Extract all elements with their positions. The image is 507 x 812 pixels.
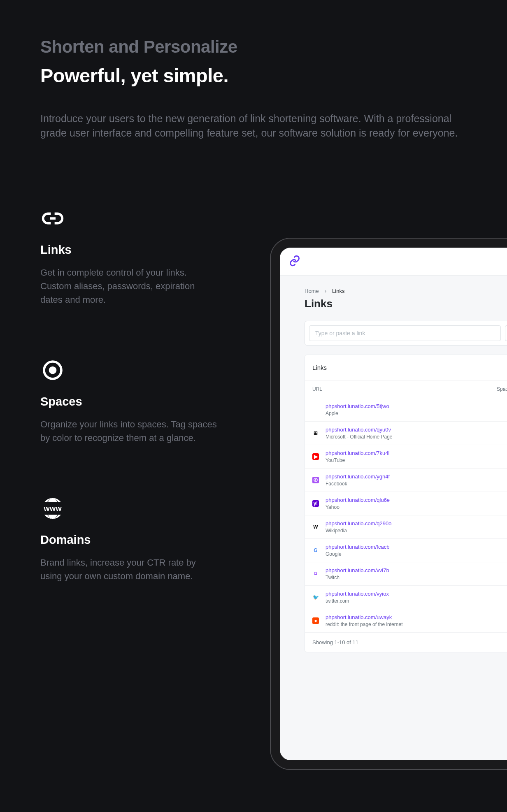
site-favicon: ✆ xyxy=(312,477,319,483)
table-row[interactable]: Gphpshort.lunatio.com/fcacbGooglePersona… xyxy=(305,538,507,562)
feature-domains: WWW Domains Brand links, increase your C… xyxy=(40,496,217,583)
links-card: Links Search URL Space phpshort.lunatio.… xyxy=(305,355,507,652)
svg-text:WWW: WWW xyxy=(44,505,62,512)
table-row[interactable]: ✆phpshort.lunatio.com/ygh4fFacebookPerso… xyxy=(305,468,507,492)
target-icon xyxy=(40,358,65,383)
hero-subtitle: Shorten and Personalize xyxy=(40,37,507,57)
short-link[interactable]: phpshort.lunatio.com/7ku4l xyxy=(326,450,507,456)
site-favicon: 🐦 xyxy=(312,594,319,601)
app-logo-icon xyxy=(289,255,300,268)
hero-title: Powerful, yet simple. xyxy=(40,64,507,87)
short-link[interactable]: phpshort.lunatio.com/ygh4f xyxy=(326,473,507,480)
site-favicon: ● xyxy=(312,617,319,624)
site-favicon: ⌑ xyxy=(312,571,319,577)
hero-intro: Introduce your users to the new generati… xyxy=(40,111,464,140)
site-title: Microsoft - Official Home Page xyxy=(326,434,507,440)
breadcrumb-home[interactable]: Home xyxy=(305,288,319,294)
feature-desc: Organize your links into spaces. Tag spa… xyxy=(40,418,217,445)
feature-spaces: Spaces Organize your links into spaces. … xyxy=(40,358,217,445)
table-row[interactable]: ⌑phpshort.lunatio.com/vvl7bTwitchPublic xyxy=(305,562,507,585)
col-url: URL xyxy=(312,386,497,392)
short-link[interactable]: phpshort.lunatio.com/qyu0v xyxy=(326,427,507,433)
site-favicon: ⊞ xyxy=(312,430,319,436)
chevron-right-icon: › xyxy=(325,288,326,294)
tag-button[interactable] xyxy=(505,325,507,341)
site-title: Facebook xyxy=(326,481,507,487)
table-row[interactable]: 🐦phpshort.lunatio.com/vyioxtwitter.comIm… xyxy=(305,585,507,609)
link-icon xyxy=(40,206,65,231)
pagination: Showing 1-10 of 11 xyxy=(305,632,507,652)
svg-point-1 xyxy=(49,367,57,374)
table-row[interactable]: ⊞phpshort.lunatio.com/qyu0vMicrosoft - O… xyxy=(305,421,507,445)
short-link[interactable]: phpshort.lunatio.com/vyiox xyxy=(326,591,507,597)
feature-title: Spaces xyxy=(40,395,217,408)
site-title: Twitch xyxy=(326,575,507,580)
breadcrumb: Home › Links xyxy=(305,288,507,294)
device-mock: Home › Links Links Type or paste a link … xyxy=(271,239,507,769)
table-row[interactable]: ▶phpshort.lunatio.com/7ku4lYouTubeMarket… xyxy=(305,445,507,468)
feature-title: Links xyxy=(40,243,217,257)
card-title: Links xyxy=(312,364,327,371)
site-title: YouTube xyxy=(326,457,507,463)
link-input[interactable]: Type or paste a link xyxy=(309,325,501,341)
short-link[interactable]: phpshort.lunatio.com/qlu6e xyxy=(326,497,507,503)
col-space: Space xyxy=(497,386,507,392)
site-title: reddit: the front page of the internet xyxy=(326,622,507,627)
table-row[interactable]: phpshort.lunatio.com/5tjwoApplePersonal xyxy=(305,398,507,421)
table-row[interactable]: ●phpshort.lunatio.com/uwaykreddit: the f… xyxy=(305,609,507,632)
short-link[interactable]: phpshort.lunatio.com/fcacb xyxy=(326,544,507,550)
short-link[interactable]: phpshort.lunatio.com/uwayk xyxy=(326,614,507,620)
www-icon: WWW xyxy=(40,496,65,521)
table-row[interactable]: y!phpshort.lunatio.com/qlu6eYahooCampaig… xyxy=(305,492,507,515)
short-link[interactable]: phpshort.lunatio.com/vvl7b xyxy=(326,567,507,573)
site-title: Wikipedia xyxy=(326,528,507,534)
site-favicon: y! xyxy=(312,500,319,507)
site-favicon: W xyxy=(312,524,319,530)
short-link[interactable]: phpshort.lunatio.com/q290o xyxy=(326,520,507,527)
site-title: Google xyxy=(326,551,507,557)
table-row[interactable]: Wphpshort.lunatio.com/q290oWikipediaNone xyxy=(305,515,507,538)
site-title: Apple xyxy=(326,411,507,416)
feature-links: Links Get in complete control of your li… xyxy=(40,206,217,306)
site-favicon xyxy=(312,406,319,413)
feature-desc: Get in complete control of your links. C… xyxy=(40,266,217,306)
feature-title: Domains xyxy=(40,533,217,547)
app-header xyxy=(280,248,507,276)
site-favicon: G xyxy=(312,547,319,554)
short-link[interactable]: phpshort.lunatio.com/5tjwo xyxy=(326,403,507,409)
table-header: URL Space xyxy=(305,380,507,398)
page-title: Links xyxy=(305,297,507,310)
site-title: Yahoo xyxy=(326,504,507,510)
site-title: twitter.com xyxy=(326,598,507,604)
feature-desc: Brand links, increase your CTR rate by u… xyxy=(40,556,217,583)
site-favicon: ▶ xyxy=(312,453,319,460)
breadcrumb-current: Links xyxy=(332,288,344,294)
link-form: Type or paste a link xyxy=(305,321,507,346)
